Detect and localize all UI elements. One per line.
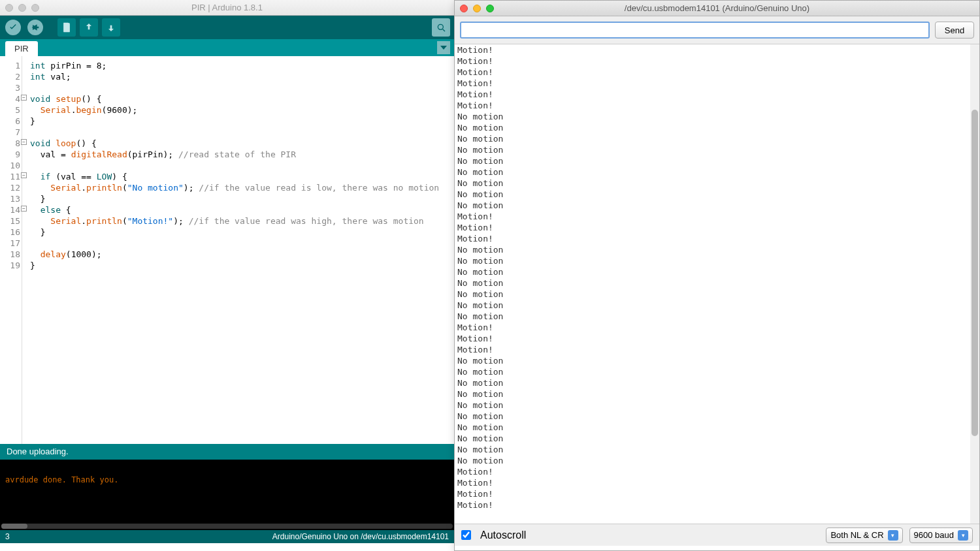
serial-line: No motion: [457, 277, 977, 289]
serial-monitor-window: /dev/cu.usbmodem14101 (Arduino/Genuino U…: [454, 0, 980, 551]
serial-line: No motion: [457, 411, 977, 422]
serial-line: Motion!: [457, 100, 977, 111]
code-line: [30, 160, 439, 171]
serial-monitor-button[interactable]: [432, 18, 450, 37]
tab-pir[interactable]: PIR: [5, 41, 38, 56]
status-bar: Done uploading.: [0, 444, 454, 460]
ide-titlebar[interactable]: PIR | Arduino 1.8.1: [0, 0, 454, 16]
console-scrollbar[interactable]: [1, 524, 453, 529]
serial-line: Motion!: [457, 89, 977, 100]
ide-bottom-bar: 3 Arduino/Genuino Uno on /dev/cu.usbmode…: [0, 530, 454, 543]
serial-line: No motion: [457, 166, 977, 178]
code-line: }: [30, 260, 439, 271]
serial-titlebar[interactable]: /dev/cu.usbmodem14101 (Arduino/Genuino U…: [455, 1, 979, 16]
minimize-icon[interactable]: [18, 4, 26, 12]
new-button[interactable]: [57, 18, 76, 37]
upload-button[interactable]: [26, 18, 44, 37]
autoscroll-checkbox[interactable]: [461, 530, 471, 540]
code-line: [30, 238, 439, 249]
code-line: delay(1000);: [30, 249, 439, 260]
code-line: else {: [30, 204, 439, 215]
serial-output[interactable]: Motion!Motion!Motion!Motion!Motion!Motio…: [455, 44, 979, 524]
close-icon[interactable]: [460, 5, 468, 12]
serial-line: No motion: [457, 422, 977, 433]
serial-line: Motion!: [457, 344, 977, 355]
serial-line: No motion: [457, 455, 977, 466]
serial-line: No motion: [457, 244, 977, 255]
baud-select[interactable]: 9600 baud ▾: [909, 527, 973, 543]
fold-icon[interactable]: −: [21, 139, 27, 145]
serial-line: No motion: [457, 200, 977, 211]
serial-send-bar: Send: [455, 16, 979, 44]
ide-title: PIR | Arduino 1.8.1: [191, 3, 263, 12]
tab-menu-button[interactable]: [437, 41, 450, 54]
chevron-down-icon: ▾: [958, 530, 968, 541]
serial-line: No motion: [457, 178, 977, 189]
minimize-icon[interactable]: [473, 5, 481, 12]
code-line: if (val == LOW) {: [30, 171, 439, 182]
board-port-label: Arduino/Genuino Uno on /dev/cu.usbmodem1…: [272, 532, 449, 541]
open-button[interactable]: [80, 18, 98, 37]
zoom-icon[interactable]: [486, 5, 494, 12]
zoom-icon[interactable]: [31, 4, 39, 12]
close-icon[interactable]: [5, 4, 13, 12]
serial-line: No motion: [457, 189, 977, 200]
serial-scrollbar[interactable]: [970, 44, 979, 524]
serial-line: No motion: [457, 266, 977, 277]
line-ending-select[interactable]: Both NL & CR ▾: [826, 527, 902, 543]
serial-line: Motion!: [457, 477, 977, 488]
code-line: }: [30, 193, 439, 204]
verify-button[interactable]: [4, 18, 22, 37]
serial-line: Motion!: [457, 499, 977, 511]
code-line: }: [30, 227, 439, 238]
fold-icon[interactable]: −: [21, 172, 27, 178]
serial-line: Motion!: [457, 466, 977, 477]
ide-tabbar: PIR: [0, 39, 454, 56]
serial-line: No motion: [457, 366, 977, 377]
code-line: [30, 127, 439, 138]
code-line: Serial.println("Motion!"); //if the valu…: [30, 215, 439, 227]
code-editor[interactable]: 1234−5678−91011−121314−1516171819 int pi…: [0, 56, 454, 444]
chevron-down-icon: ▾: [888, 530, 898, 541]
serial-line: Motion!: [457, 233, 977, 244]
console-output[interactable]: avrdude done. Thank you.: [0, 460, 454, 530]
line-indicator: 3: [5, 532, 10, 541]
serial-line: No motion: [457, 122, 977, 133]
send-button[interactable]: Send: [935, 22, 974, 39]
serial-line: No motion: [457, 155, 977, 166]
serial-bottom-bar: Autoscroll Both NL & CR ▾ 9600 baud ▾: [455, 524, 979, 546]
serial-line: Motion!: [457, 333, 977, 344]
serial-line: No motion: [457, 444, 977, 455]
serial-line: No motion: [457, 289, 977, 300]
serial-line: No motion: [457, 355, 977, 366]
serial-line: No motion: [457, 400, 977, 411]
code-line: Serial.println("No motion"); //if the va…: [30, 182, 439, 193]
serial-line: Motion!: [457, 55, 977, 67]
code-line: Serial.begin(9600);: [30, 104, 439, 116]
ide-toolbar: [0, 16, 454, 39]
serial-line: No motion: [457, 311, 977, 322]
serial-line: No motion: [457, 433, 977, 444]
code-line: void setup() {: [30, 93, 439, 104]
arduino-ide-window: PIR | Arduino 1.8.1 PIR 1234−5678−91011−…: [0, 0, 454, 551]
serial-input[interactable]: [460, 22, 930, 39]
code-line: val = digitalRead(pirPin); //read state …: [30, 149, 439, 160]
fold-icon[interactable]: −: [21, 95, 27, 101]
serial-line: Motion!: [457, 78, 977, 89]
serial-line: No motion: [457, 377, 977, 388]
save-button[interactable]: [102, 18, 120, 37]
code-line: [30, 82, 439, 93]
serial-line: Motion!: [457, 488, 977, 499]
code-line: void loop() {: [30, 138, 439, 149]
code-line: }: [30, 116, 439, 127]
autoscroll-label: Autoscroll: [480, 529, 526, 541]
console-text: avrdude done. Thank you.: [5, 475, 118, 484]
serial-line: No motion: [457, 388, 977, 400]
serial-line: Motion!: [457, 44, 977, 55]
serial-line: Motion!: [457, 222, 977, 233]
fold-icon[interactable]: −: [21, 206, 27, 212]
serial-line: Motion!: [457, 211, 977, 222]
serial-line: No motion: [457, 255, 977, 266]
serial-line: No motion: [457, 111, 977, 122]
serial-line: No motion: [457, 133, 977, 144]
